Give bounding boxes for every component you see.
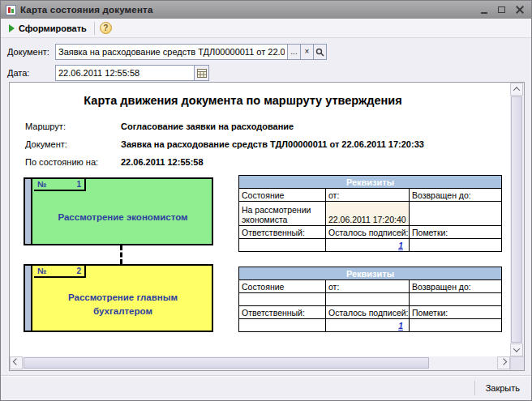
table-2-header: Реквизиты [239,267,502,280]
close-icon [516,6,524,14]
stage-box-1[interactable]: № 1 Рассмотрение экономистом [24,177,213,245]
scroll-up-button[interactable] [510,83,523,96]
date-field [55,65,209,81]
report-panel: Карта движения документа по маршруту утв… [9,82,525,371]
titlebar: Карта состояния документа [1,1,531,19]
stage-connector-line [120,245,122,264]
calendar-icon [197,69,207,78]
report-content: Карта движения документа по маршруту утв… [10,83,510,356]
table-1-from-label: от: [326,189,410,202]
toolbar-separator [94,22,95,35]
route-label: Маршрут: [25,122,121,131]
stage-2-number: 2 [76,267,81,275]
date-label: Дата: [7,68,55,78]
report-document-label: Документ: [25,139,121,149]
form-area: Документ: ... × Дата: [1,38,531,81]
table-1-responsible-value [239,239,326,252]
table-2-state-label: Состояние [239,280,326,293]
table-1-from-value: 22.06.2011 17:20:40 [326,202,410,226]
horizontal-scrollbar[interactable] [10,356,510,370]
requisites-table-2: Реквизиты Состояние от: Возвращен до: От… [238,267,502,332]
date-row: Дата: [7,65,525,81]
generate-button[interactable]: Сформировать [6,23,89,34]
minimize-button[interactable] [477,3,491,16]
stage-2-title: Рассмотрение главным бухгалтером [34,278,212,331]
info-row-route: Маршрут: Согласование заявки на расходов… [25,122,294,131]
date-input[interactable] [55,65,209,81]
asof-value: 22.06.2011 12:55:58 [121,157,204,167]
stage-1-title: Рассмотрение экономистом [34,191,212,244]
document-label: Документ: [7,47,55,57]
chevron-right-icon [500,358,507,365]
chevron-down-icon [513,345,520,352]
magnifier-icon [315,48,324,57]
table-1-state-value: На рассмотрении экономиста [239,202,326,226]
toolbar: Сформировать ? [1,19,531,38]
table-2-returned-value [410,293,502,306]
info-row-document: Документ: Заявка на расходование средств… [25,139,424,149]
stage-2-strip [25,266,32,331]
stage-2-no-sign: № [37,267,46,275]
minimize-icon [481,12,487,14]
stage-1-number-badge: № 1 [34,179,86,191]
table-2-returned-label: Возвращен до: [410,280,502,293]
close-button[interactable] [513,3,526,16]
calendar-button[interactable] [194,66,208,80]
table-2-from-value [326,293,410,306]
stage-box-2[interactable]: № 2 Рассмотрение главным бухгалтером [24,264,213,332]
chevron-up-icon [513,87,520,93]
stage-2-number-badge: № 2 [34,266,86,278]
table-2-signatures-cell: 1 [326,319,410,332]
stage-1-number: 1 [76,180,81,189]
app-icon [6,5,16,15]
table-1-state-label: Состояние [239,189,326,202]
horizontal-scroll-thumb[interactable] [24,357,429,369]
asof-label: По состоянию на: [25,157,121,167]
table-1-returned-value [410,202,502,226]
table-2-notes-value [410,319,502,332]
table-2-signatures-link[interactable]: 1 [398,321,403,331]
table-1-signatures-link[interactable]: 1 [398,241,403,250]
scroll-right-button[interactable] [497,356,510,369]
table-1-notes-label: Пометки: [410,226,502,239]
scroll-down-button[interactable] [510,343,523,356]
footer-separator [474,381,475,395]
document-row: Документ: ... × [7,44,525,60]
table-1-signatures-cell: 1 [326,239,410,252]
play-icon [9,24,15,32]
document-status-window: Карта состояния документа Сформировать ?… [0,0,532,401]
table-1-header: Реквизиты [239,176,502,189]
requisites-table-1: Реквизиты Состояние от: Возвращен до: На… [238,175,502,252]
chevron-left-icon [13,358,19,365]
table-2-notes-label: Пометки: [410,306,502,319]
close-window-button[interactable]: Закрыть [483,381,523,395]
table-2-responsible-value [239,319,326,332]
document-open-button[interactable] [313,44,327,60]
help-button[interactable]: ? [100,22,112,34]
maximize-icon [498,6,505,13]
table-1-notes-value [410,239,502,252]
table-2-state-value [239,293,326,306]
vertical-scroll-thumb[interactable] [511,96,522,343]
report-document-value: Заявка на расходование средств ТДЛ000000… [121,139,424,149]
stage-1-strip [25,179,32,244]
footer-bar: Закрыть [1,375,531,400]
document-input[interactable] [55,44,288,60]
maximize-button[interactable] [495,3,508,16]
window-title: Карта состояния документа [20,5,473,15]
document-clear-button[interactable]: × [300,44,314,60]
vertical-scrollbar[interactable] [510,83,524,356]
table-2-signatures-label: Осталось подписей: [326,306,410,319]
table-1-signatures-label: Осталось подписей: [326,226,410,239]
scroll-left-button[interactable] [10,356,23,369]
route-value: Согласование заявки на расходование [121,122,294,131]
info-row-asof: По состоянию на: 22.06.2011 12:55:58 [25,157,204,167]
stage-1-no-sign: № [37,180,46,189]
table-1-returned-label: Возвращен до: [410,189,502,202]
table-1-responsible-label: Ответственный: [239,226,326,239]
scrollbar-corner [510,356,524,370]
table-2-responsible-label: Ответственный: [239,306,326,319]
report-heading: Карта движения документа по маршруту утв… [10,94,476,107]
document-choose-button[interactable]: ... [287,44,301,60]
generate-button-label: Сформировать [19,23,87,33]
